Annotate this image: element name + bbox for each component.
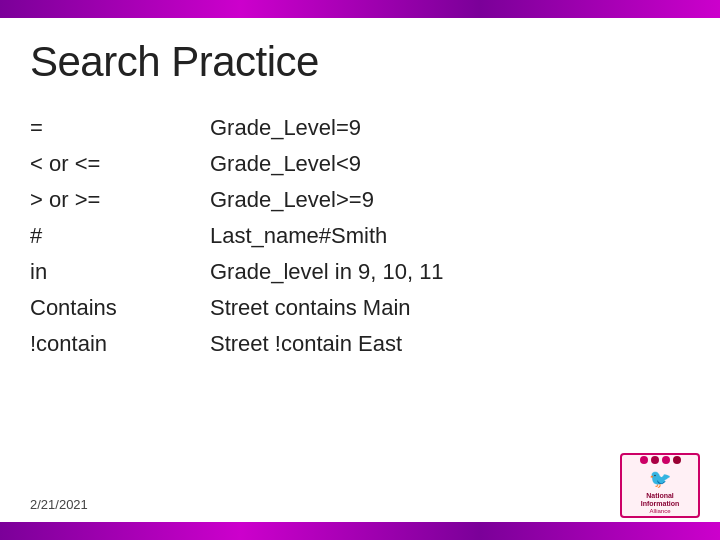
operator-cell: =: [30, 110, 210, 146]
logo-dot-3: [662, 456, 670, 464]
logo-dot-2: [651, 456, 659, 464]
table-row: =Grade_Level=9: [30, 110, 690, 146]
operator-cell: #: [30, 218, 210, 254]
logo-text-line2: Alliance: [649, 508, 670, 515]
table-row: > or >=Grade_Level>=9: [30, 182, 690, 218]
operator-cell: in: [30, 254, 210, 290]
table-row: < or <=Grade_Level<9: [30, 146, 690, 182]
logo-dot-4: [673, 456, 681, 464]
table-row: #Last_name#Smith: [30, 218, 690, 254]
date-label: 2/21/2021: [30, 497, 88, 512]
operator-cell: Contains: [30, 290, 210, 326]
table-row: inGrade_level in 9, 10, 11: [30, 254, 690, 290]
example-cell: Street contains Main: [210, 290, 690, 326]
example-cell: Last_name#Smith: [210, 218, 690, 254]
logo-badge: 🐦 National Information Alliance: [620, 453, 700, 518]
operator-cell: > or >=: [30, 182, 210, 218]
logo-figure-icon: 🐦: [649, 468, 671, 490]
example-cell: Grade_Level<9: [210, 146, 690, 182]
bottom-bar: [0, 522, 720, 540]
main-content: Search Practice =Grade_Level=9< or <=Gra…: [0, 18, 720, 522]
footer-date: 2/21/2021: [30, 497, 88, 512]
search-table: =Grade_Level=9< or <=Grade_Level<9> or >…: [30, 110, 690, 362]
logo-text-line1: National Information: [626, 492, 694, 509]
example-cell: Grade_Level>=9: [210, 182, 690, 218]
example-cell: Grade_level in 9, 10, 11: [210, 254, 690, 290]
top-bar: [0, 0, 720, 18]
logo-inner: 🐦 National Information Alliance: [620, 453, 700, 518]
page-title: Search Practice: [30, 38, 690, 86]
example-cell: Grade_Level=9: [210, 110, 690, 146]
example-cell: Street !contain East: [210, 326, 690, 362]
operator-cell: < or <=: [30, 146, 210, 182]
operator-cell: !contain: [30, 326, 210, 362]
table-row: !containStreet !contain East: [30, 326, 690, 362]
logo-dot-1: [640, 456, 648, 464]
table-row: ContainsStreet contains Main: [30, 290, 690, 326]
logo-dots: [640, 456, 681, 464]
